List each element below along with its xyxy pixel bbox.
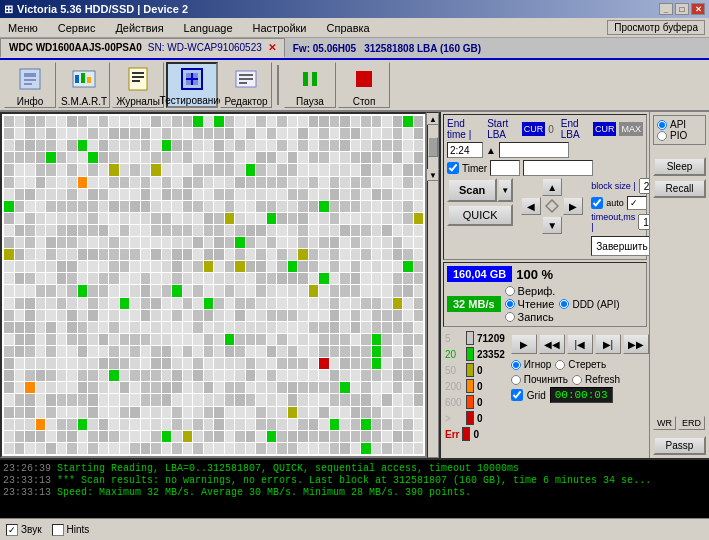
grid-cell bbox=[267, 394, 277, 405]
buffer-view-button[interactable]: Просмотр буфера bbox=[607, 20, 705, 35]
pio-radio[interactable] bbox=[657, 131, 667, 141]
fix-radio[interactable] bbox=[511, 375, 521, 385]
play-button[interactable]: ▶ bbox=[511, 334, 537, 354]
end-time-label: End time | bbox=[447, 118, 480, 140]
verif-radio[interactable] bbox=[505, 286, 515, 296]
grid-cell bbox=[120, 261, 130, 272]
passp-button[interactable]: Passp bbox=[653, 436, 706, 455]
grid-cell bbox=[57, 237, 67, 248]
menu-service[interactable]: Сервис bbox=[54, 20, 100, 36]
grid-cell bbox=[25, 140, 35, 151]
api-radio[interactable] bbox=[657, 120, 667, 130]
grid-cell bbox=[183, 298, 193, 309]
grid-cell bbox=[361, 285, 371, 296]
rewind-button[interactable]: ◀◀ bbox=[539, 334, 565, 354]
write-radio[interactable] bbox=[505, 312, 515, 322]
menu-actions[interactable]: Действия bbox=[111, 20, 167, 36]
fast-fwd-button[interactable]: ▶▶ bbox=[623, 334, 649, 354]
grid-cell bbox=[109, 407, 119, 418]
grid-cell bbox=[414, 358, 424, 369]
arrow-down-button[interactable]: ▼ bbox=[542, 216, 562, 234]
testing-button[interactable]: Тестирование bbox=[166, 62, 218, 108]
block-size-label: block size | bbox=[591, 181, 635, 191]
scroll-down-button[interactable]: ▼ bbox=[427, 169, 439, 181]
grid-cell bbox=[67, 152, 77, 163]
stop-button[interactable]: Стоп bbox=[338, 62, 390, 108]
grid-cell bbox=[393, 189, 403, 200]
fix-label: Починить bbox=[524, 374, 568, 385]
grid-cell bbox=[351, 140, 361, 151]
grid-cell bbox=[204, 261, 214, 272]
grid-cell bbox=[193, 213, 203, 224]
close-button[interactable]: ✕ bbox=[691, 3, 705, 15]
scan-button[interactable]: Scan bbox=[447, 178, 497, 202]
sound-checkbox-group[interactable]: ✓ Звук bbox=[6, 524, 42, 536]
start-lba-input[interactable]: 0 bbox=[499, 142, 569, 158]
refresh-radio[interactable] bbox=[572, 375, 582, 385]
end-lba-input[interactable]: 312581807 bbox=[523, 160, 593, 176]
auto-value-input[interactable] bbox=[627, 196, 647, 210]
svg-rect-6 bbox=[81, 73, 85, 83]
ddd-radio[interactable] bbox=[559, 299, 569, 309]
grid-cell bbox=[67, 164, 77, 175]
drive-tab[interactable]: WDC WD1600AAJS-00PSA0 SN: WD-WCAP9106052… bbox=[0, 38, 285, 58]
grid-cell bbox=[330, 370, 340, 381]
wr-badge[interactable]: WR bbox=[653, 416, 676, 430]
scroll-up-button[interactable]: ▲ bbox=[427, 113, 439, 125]
step-fwd-button[interactable]: ▶| bbox=[595, 334, 621, 354]
ddd-label: DDD (API) bbox=[572, 299, 619, 310]
maximize-button[interactable]: □ bbox=[675, 3, 689, 15]
grid-cell bbox=[372, 261, 382, 272]
grid-cell bbox=[57, 152, 67, 163]
auto-checkbox[interactable] bbox=[591, 197, 603, 209]
grid-cell bbox=[120, 249, 130, 260]
grid-cell bbox=[130, 322, 140, 333]
grid-cell bbox=[372, 334, 382, 345]
minimize-button[interactable]: _ bbox=[659, 3, 673, 15]
timer-checkbox[interactable] bbox=[447, 162, 459, 174]
grid-cell bbox=[67, 358, 77, 369]
menu-settings[interactable]: Настройки bbox=[249, 20, 311, 36]
menu-help[interactable]: Справка bbox=[323, 20, 374, 36]
grid-cell bbox=[225, 370, 235, 381]
arrow-up-button[interactable]: ▲ bbox=[542, 178, 562, 196]
grid-checkbox[interactable] bbox=[511, 389, 523, 401]
grid-cell bbox=[204, 407, 214, 418]
smart-button[interactable]: S.M.A.R.T bbox=[58, 62, 110, 108]
sleep-button[interactable]: Sleep bbox=[653, 157, 706, 176]
grid-cell bbox=[4, 346, 14, 357]
read-radio[interactable] bbox=[505, 299, 515, 309]
grid-cell bbox=[109, 237, 119, 248]
stat-row-0: 5 71209 bbox=[445, 331, 505, 345]
menu-language[interactable]: Language bbox=[180, 20, 237, 36]
scan-scrollbar[interactable]: ▲ ▼ bbox=[427, 112, 439, 458]
pause-button[interactable]: Пауза bbox=[284, 62, 336, 108]
menu-menu[interactable]: Меню bbox=[4, 20, 42, 36]
scan-dropdown-button[interactable]: ▼ bbox=[497, 178, 513, 202]
ignore-radio[interactable] bbox=[511, 360, 521, 370]
arrow-left-button[interactable]: ◀ bbox=[521, 197, 541, 215]
grid-cell bbox=[67, 140, 77, 151]
hints-checkbox-group[interactable]: Hints bbox=[52, 524, 90, 536]
editor-button[interactable]: Редактор bbox=[220, 62, 272, 108]
scan-area: ▲ ▼ bbox=[0, 112, 439, 458]
grid-cell bbox=[393, 443, 403, 454]
grid-cell bbox=[67, 128, 77, 139]
grid-cell bbox=[309, 322, 319, 333]
grid-cell bbox=[256, 419, 266, 430]
step-back-button[interactable]: |◀ bbox=[567, 334, 593, 354]
end-time-input[interactable] bbox=[447, 142, 483, 158]
erase-radio[interactable] bbox=[555, 360, 565, 370]
grid-cell bbox=[225, 346, 235, 357]
grid-cell bbox=[4, 358, 14, 369]
timer-input[interactable]: 0 bbox=[490, 160, 520, 176]
quick-button[interactable]: QUICK bbox=[447, 204, 513, 226]
info-button[interactable]: Инфо bbox=[4, 62, 56, 108]
scroll-thumb[interactable] bbox=[428, 137, 438, 157]
grid-cell bbox=[267, 273, 277, 284]
journals-button[interactable]: Журналы bbox=[112, 62, 164, 108]
arrow-right-button[interactable]: ▶ bbox=[563, 197, 583, 215]
erd-badge[interactable]: ERD bbox=[678, 416, 705, 430]
recall-button[interactable]: Recall bbox=[653, 179, 706, 198]
tab-close-icon[interactable]: ✕ bbox=[268, 42, 276, 53]
